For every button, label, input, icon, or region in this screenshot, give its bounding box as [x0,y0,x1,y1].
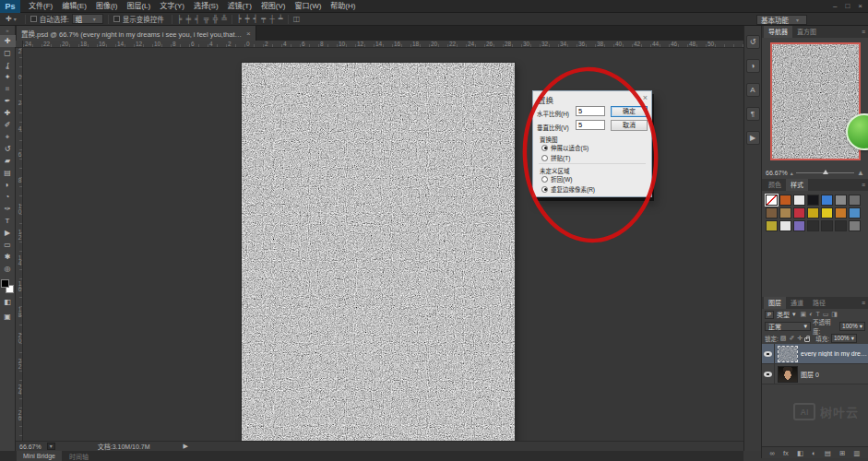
menu-item[interactable]: 图层(L) [122,0,155,13]
style-swatch[interactable] [807,207,819,219]
status-dropdown-icon[interactable]: ▾ [47,443,55,450]
type-tool[interactable]: T [0,215,16,227]
distribute-middle-icon[interactable]: ┼ [269,15,275,23]
restore-button[interactable]: □ [845,0,850,12]
wrap-around-option[interactable]: 折回(W) [541,174,572,183]
radio-icon[interactable] [541,145,548,151]
align-middle-icon[interactable]: ╬ [213,15,219,23]
timeline-tab[interactable]: 时间轴 [69,452,89,461]
radio-icon[interactable] [541,186,548,193]
align-top-icon[interactable]: ╦ [204,15,209,23]
layer-row-background[interactable]: 图层 0 [762,364,868,384]
show-transform-checkbox[interactable] [113,16,120,22]
align-left-icon[interactable]: ╞ [177,15,183,23]
menu-item[interactable]: 帮助(H) [326,0,360,13]
panel-tab[interactable]: 路径 [808,297,830,309]
style-swatch[interactable] [849,220,861,231]
dodge-tool[interactable]: ◔ [0,191,16,203]
status-expand-icon[interactable]: ▶ [184,443,188,450]
pen-tool[interactable]: ✑ [0,203,16,215]
layer-thumbnail[interactable] [779,347,797,361]
fill-value[interactable]: 100% ▾ [831,334,857,343]
style-swatch[interactable] [835,195,847,206]
delete-layer-icon[interactable]: ▥ [853,449,860,457]
style-swatch[interactable] [779,220,791,231]
stretch-to-fit-option[interactable]: 伸展以适合(S) [541,143,589,152]
distribute-center-h-icon[interactable]: ┿ [245,15,250,23]
history-panel-icon[interactable]: ↺ [746,35,760,49]
layer-row-text-layer[interactable]: every night in my dreams ... [762,344,868,364]
auto-select-dropdown[interactable]: 组 ▾ [72,14,103,24]
style-swatch[interactable] [849,207,861,219]
style-swatch[interactable] [807,220,819,231]
style-swatch[interactable] [779,195,791,206]
close-button[interactable]: × [858,0,862,12]
gradient-tool[interactable]: ▤ [0,167,16,179]
style-swatch[interactable] [849,195,861,206]
adjustment-layer-icon[interactable]: ◐ [812,449,816,457]
layer-style-icon[interactable]: fx [783,449,789,457]
add-layer-mask-icon[interactable]: ◧ [797,449,803,457]
panel-menu-icon[interactable]: ≡ [862,300,865,306]
style-swatch[interactable] [766,207,778,219]
panel-menu-icon[interactable]: ≡ [862,182,865,188]
lock-position-icon[interactable]: ✛ [797,335,803,342]
eyedropper-tool[interactable]: ✒ [0,95,16,107]
distribute-top-icon[interactable]: ┯ [261,15,266,23]
move-tool[interactable]: ✛ [0,35,16,47]
collapse-toolbar-icon[interactable]: » [6,26,8,35]
navigator-preview[interactable] [770,42,861,160]
style-swatch[interactable] [821,207,833,219]
paragraph-panel-icon[interactable]: ¶ [746,107,760,121]
panel-tab[interactable]: 直方图 [792,26,821,38]
distribute-bottom-icon[interactable]: ┷ [279,15,283,23]
mini-bridge-tab[interactable]: Mini Bridge [17,451,62,461]
menu-item[interactable]: 视图(V) [256,0,291,13]
distribute-right-icon[interactable]: ┥ [254,15,258,23]
zoom-tool[interactable]: ◎ [0,263,16,275]
zoom-in-icon[interactable]: ▲ [857,169,864,177]
auto-align-icon[interactable]: ◫ [293,15,301,23]
crop-tool[interactable]: ⌗ [0,83,16,95]
shape-tool[interactable]: ▭ [0,239,16,251]
style-swatch[interactable] [821,195,833,206]
quick-selection-tool[interactable]: ✦ [0,71,16,83]
style-swatch[interactable] [835,220,847,231]
menu-item[interactable]: 滤镜(T) [223,0,256,13]
layer-thumbnail-portrait[interactable] [779,367,797,382]
menu-item[interactable]: 文件(F) [24,0,57,13]
radio-icon[interactable] [541,176,548,183]
cancel-button[interactable]: 取消 [611,120,648,131]
document-tab[interactable]: 置换.psd @ 66.7% (every night in my dreams… [17,26,256,41]
panel-tab[interactable]: 通道 [786,297,808,309]
align-center-h-icon[interactable]: ╪ [185,15,191,23]
tile-option[interactable]: 拼贴(T) [541,153,570,162]
lasso-tool[interactable]: ʆ [0,59,16,71]
style-swatch[interactable] [766,220,778,231]
menu-item[interactable]: 窗口(W) [290,0,326,13]
menu-item[interactable]: 编辑(E) [57,0,91,13]
status-zoom-value[interactable]: 66.67% [19,443,42,450]
marquee-tool[interactable]: ▢ [0,47,16,59]
style-swatch[interactable] [793,220,805,231]
menu-item[interactable]: 图像(I) [91,0,123,13]
quick-mask-icon[interactable]: ◧ [0,296,16,308]
navigator-proxy-view[interactable] [770,42,861,160]
visibility-toggle[interactable] [762,364,775,384]
visibility-toggle[interactable] [762,344,775,363]
adjustments-panel-icon[interactable]: ◑ [746,59,760,73]
blend-mode-select[interactable]: 正常 ▾ [765,322,811,331]
vertical-scale-input[interactable] [576,120,605,130]
minimize-button[interactable]: – [833,0,837,12]
hand-tool[interactable]: ✱ [0,251,16,263]
style-swatch[interactable] [793,195,805,206]
opacity-value[interactable]: 100% ▾ [839,322,865,331]
zoom-out-icon[interactable]: ▴ [791,170,793,176]
filter-kind-label[interactable]: 类型 [777,310,790,319]
align-right-icon[interactable]: ╡ [195,15,200,23]
chevron-down-icon[interactable]: ▾ [792,311,796,318]
filter-kind-icon[interactable]: P [765,311,774,319]
style-swatch[interactable] [807,195,819,206]
dialog-close-icon[interactable]: × [643,93,648,102]
style-swatch[interactable] [766,195,778,206]
